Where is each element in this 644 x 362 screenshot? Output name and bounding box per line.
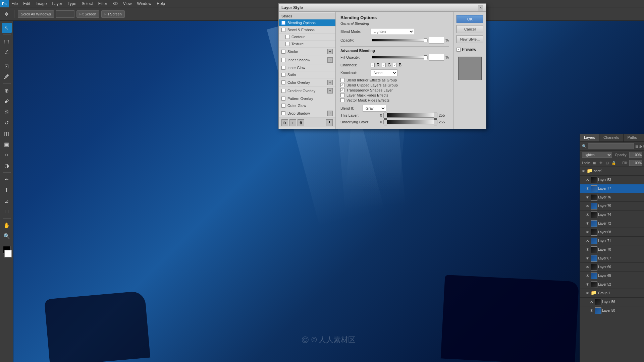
menu-item-window[interactable]: Window	[135, 0, 154, 7]
adv-chk-1[interactable]	[340, 83, 344, 87]
healing-tool[interactable]: ⊕	[2, 85, 12, 96]
style-checkbox-9[interactable]	[281, 89, 285, 93]
dodge-tool[interactable]: ◑	[2, 161, 12, 171]
layer-item-layer-50[interactable]: 👁Layer 50	[580, 306, 644, 315]
move-tool[interactable]: ↖	[2, 23, 12, 33]
menu-item-select[interactable]: Select	[79, 0, 95, 7]
style-checkbox-3[interactable]	[285, 42, 289, 46]
menu-item-help[interactable]: Help	[154, 0, 168, 7]
filter-type-icon[interactable]: ▦	[635, 144, 638, 148]
style-checkbox-5[interactable]	[281, 58, 285, 62]
style-add-btn-8[interactable]: +	[327, 80, 333, 85]
layer-visibility-1[interactable]: 👁	[585, 178, 590, 182]
filter-adj-icon[interactable]: ◑	[639, 144, 642, 148]
opacity-slider[interactable]	[372, 39, 428, 42]
zoom-tool[interactable]: 🔍	[2, 231, 12, 241]
layer-item-layer-72[interactable]: 👁Layer 72	[580, 219, 644, 228]
layer-visibility-5[interactable]: 👁	[585, 213, 590, 217]
layer-visibility-2[interactable]: 👁	[585, 186, 590, 191]
crop-tool[interactable]: ⊡	[2, 61, 12, 71]
menu-item-file[interactable]: File	[9, 0, 20, 7]
clone-tool[interactable]: ⎘	[2, 107, 12, 117]
style-item-satin[interactable]: Satin	[279, 71, 335, 78]
lock-all-btn[interactable]: 🔒	[611, 160, 616, 166]
layer-item-layer-56[interactable]: 👁Layer 56	[580, 298, 644, 306]
layer-visibility-3[interactable]: 👁	[585, 195, 590, 200]
blend-if-select[interactable]: Gray Red Green Blue	[363, 105, 386, 112]
layer-item-layer-77[interactable]: 👁Layer 77	[580, 184, 644, 193]
new-style-button[interactable]: New Style...	[457, 35, 483, 43]
layer-item-group-1[interactable]: 👁📁Group 1	[580, 289, 644, 298]
opacity-slider-thumb[interactable]	[424, 38, 427, 43]
history-brush-tool[interactable]: ↺	[2, 118, 12, 128]
blur-tool[interactable]: ○	[2, 150, 12, 160]
layer-visibility-4[interactable]: 👁	[585, 204, 590, 208]
knockout-select[interactable]: None Shallow Deep	[371, 69, 397, 76]
style-item-outer-glow[interactable]: Outer Glow	[279, 102, 335, 109]
layers-search-input[interactable]	[588, 143, 634, 149]
style-checkbox-6[interactable]	[281, 66, 285, 70]
style-checkbox-8[interactable]	[281, 80, 285, 84]
fit-screen-button[interactable]: Fit Screen	[76, 10, 99, 18]
preview-checkbox[interactable]	[457, 48, 461, 52]
eraser-tool[interactable]: ◫	[2, 128, 12, 138]
layer-item-layer-70[interactable]: 👁Layer 70	[580, 245, 644, 254]
lasso-tool[interactable]: 𝓛	[2, 47, 12, 57]
lock-position-btn[interactable]: ✜	[598, 160, 604, 166]
select-tool[interactable]: ⬚	[2, 37, 12, 47]
path-tool[interactable]: ⊿	[2, 196, 12, 206]
layer-visibility-15[interactable]: 👁	[589, 300, 594, 304]
layer-visibility-0[interactable]: 👁	[581, 169, 586, 174]
layer-visibility-8[interactable]: 👁	[585, 239, 590, 243]
tab-layers[interactable]: Layers	[580, 134, 599, 141]
background-color[interactable]	[4, 250, 12, 257]
this-layer-slider[interactable]	[383, 113, 437, 118]
fill-input-layers[interactable]	[629, 160, 642, 166]
adv-chk-3[interactable]	[340, 93, 344, 97]
layer-visibility-11[interactable]: 👁	[585, 265, 590, 269]
ok-button[interactable]: OK	[457, 15, 483, 23]
style-checkbox-12[interactable]	[281, 111, 285, 115]
menu-item-image[interactable]: Image	[33, 0, 49, 7]
pen-tool[interactable]: ✒	[2, 174, 12, 184]
underlying-thumb-left[interactable]	[384, 119, 387, 125]
layer-item-layer-67[interactable]: 👁Layer 67	[580, 254, 644, 263]
blend-mode-select-layers[interactable]: LightenNormalMultiplyScreen	[582, 152, 612, 158]
style-add-btn-12[interactable]: +	[327, 111, 333, 116]
layer-visibility-13[interactable]: 👁	[585, 282, 590, 287]
hand-tool[interactable]: ✋	[2, 220, 12, 230]
layer-item-shot9[interactable]: 👁📁shot9	[580, 167, 644, 176]
layer-visibility-7[interactable]: 👁	[585, 230, 590, 235]
style-item-gradient-overlay[interactable]: Gradient Overlay+	[279, 87, 335, 95]
underlying-layer-slider[interactable]	[383, 120, 437, 124]
tab-paths[interactable]: Paths	[624, 134, 641, 141]
style-item-pattern-overlay[interactable]: Pattern Overlay	[279, 95, 335, 102]
channel-g-checkbox[interactable]	[382, 63, 386, 67]
brush-tool[interactable]: 🖌	[2, 96, 12, 106]
style-checkbox-2[interactable]	[285, 35, 289, 39]
style-add-btn-9[interactable]: +	[327, 88, 333, 94]
layer-item-layer-68[interactable]: 👁Layer 68	[580, 228, 644, 237]
lock-artboard-btn[interactable]: ⊡	[605, 160, 610, 166]
style-checkbox-0[interactable]	[281, 21, 285, 25]
eyedropper-tool[interactable]: 🖉	[2, 72, 12, 82]
menu-item-view[interactable]: View	[120, 0, 135, 7]
style-checkbox-10[interactable]	[281, 97, 285, 101]
layer-item-layer-52[interactable]: 👁Layer 52	[580, 280, 644, 289]
this-layer-thumb-right[interactable]	[434, 113, 437, 119]
menu-item-filter[interactable]: Filter	[96, 0, 110, 7]
channel-b-checkbox[interactable]	[393, 63, 397, 67]
style-item-inner-glow[interactable]: Inner Glow	[279, 64, 335, 71]
style-checkbox-1[interactable]	[281, 28, 285, 32]
fx-icon-btn[interactable]: fx	[281, 119, 288, 126]
style-item-color-overlay[interactable]: Color Overlay+	[279, 78, 335, 87]
style-item-contour[interactable]: Contour	[279, 34, 335, 41]
style-checkbox-11[interactable]	[281, 104, 285, 108]
style-item-blending-options[interactable]: Blending Options	[279, 19, 335, 26]
adv-chk-4[interactable]	[340, 98, 344, 102]
style-item-drop-shadow[interactable]: Drop Shadow+	[279, 109, 335, 118]
adv-chk-0[interactable]	[340, 78, 344, 82]
tab-channels[interactable]: Channels	[599, 134, 623, 141]
style-item-texture[interactable]: Texture	[279, 41, 335, 48]
underlying-thumb-right[interactable]	[434, 119, 437, 125]
